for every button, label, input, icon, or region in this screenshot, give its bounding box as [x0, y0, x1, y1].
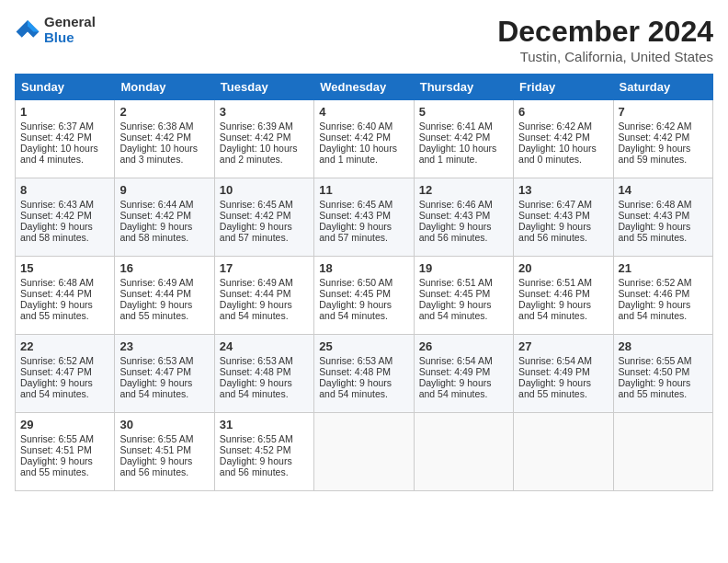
- logo-general-text: General: [44, 15, 96, 30]
- calendar-cell: 30Sunrise: 6:55 AMSunset: 4:51 PMDayligh…: [115, 413, 214, 491]
- sunrise-text: Sunrise: 6:53 AM: [119, 355, 209, 366]
- calendar-cell: [514, 413, 613, 491]
- sunrise-text: Sunrise: 6:51 AM: [419, 277, 508, 288]
- column-header-friday: Friday: [514, 75, 613, 100]
- day-number: 31: [220, 418, 309, 431]
- sunset-text: Sunset: 4:49 PM: [419, 366, 508, 377]
- day-number: 25: [319, 339, 408, 353]
- daylight-text: Daylight: 9 hours and 55 minutes.: [20, 455, 109, 477]
- daylight-text: Daylight: 9 hours and 57 minutes.: [220, 221, 309, 243]
- daylight-text: Daylight: 9 hours and 54 minutes.: [419, 299, 508, 321]
- sunrise-text: Sunrise: 6:51 AM: [518, 277, 608, 288]
- day-number: 7: [619, 105, 708, 119]
- sunrise-text: Sunrise: 6:42 AM: [518, 121, 608, 132]
- day-number: 27: [518, 339, 608, 353]
- calendar-cell: 13Sunrise: 6:47 AMSunset: 4:43 PMDayligh…: [514, 178, 613, 257]
- sunset-text: Sunset: 4:47 PM: [20, 366, 109, 377]
- column-header-wednesday: Wednesday: [314, 75, 414, 100]
- logo-text: General Blue: [44, 15, 96, 45]
- sunrise-text: Sunrise: 6:49 AM: [119, 277, 209, 288]
- calendar-cell: 16Sunrise: 6:49 AMSunset: 4:44 PMDayligh…: [115, 257, 214, 335]
- daylight-text: Daylight: 10 hours and 3 minutes.: [119, 143, 209, 165]
- sunrise-text: Sunrise: 6:46 AM: [419, 199, 508, 210]
- calendar-header-row: SundayMondayTuesdayWednesdayThursdayFrid…: [16, 75, 713, 100]
- day-number: 5: [419, 105, 508, 119]
- daylight-text: Daylight: 10 hours and 1 minute.: [319, 143, 408, 165]
- sunset-text: Sunset: 4:47 PM: [119, 366, 209, 377]
- daylight-text: Daylight: 9 hours and 54 minutes.: [20, 377, 109, 399]
- day-number: 29: [20, 418, 109, 431]
- calendar-cell: 27Sunrise: 6:54 AMSunset: 4:49 PMDayligh…: [514, 335, 613, 413]
- daylight-text: Daylight: 9 hours and 58 minutes.: [20, 221, 109, 243]
- calendar-week-row: 1Sunrise: 6:37 AMSunset: 4:42 PMDaylight…: [16, 100, 713, 178]
- sunset-text: Sunset: 4:51 PM: [119, 444, 209, 455]
- calendar-cell: 29Sunrise: 6:55 AMSunset: 4:51 PMDayligh…: [16, 413, 115, 491]
- sunrise-text: Sunrise: 6:54 AM: [419, 355, 508, 366]
- day-number: 3: [220, 105, 309, 119]
- calendar-cell: 9Sunrise: 6:44 AMSunset: 4:42 PMDaylight…: [115, 178, 214, 257]
- sunrise-text: Sunrise: 6:50 AM: [319, 277, 408, 288]
- day-number: 17: [220, 261, 309, 275]
- day-number: 11: [319, 183, 408, 197]
- day-number: 19: [419, 261, 508, 275]
- sunrise-text: Sunrise: 6:37 AM: [20, 121, 109, 132]
- column-header-thursday: Thursday: [414, 75, 513, 100]
- sunset-text: Sunset: 4:42 PM: [119, 210, 209, 221]
- sunset-text: Sunset: 4:50 PM: [619, 366, 708, 377]
- daylight-text: Daylight: 9 hours and 59 minutes.: [619, 143, 708, 165]
- calendar-cell: 10Sunrise: 6:45 AMSunset: 4:42 PMDayligh…: [214, 178, 313, 257]
- day-number: 22: [20, 339, 109, 353]
- calendar-title: December 2024: [497, 15, 713, 49]
- column-header-monday: Monday: [115, 75, 214, 100]
- sunset-text: Sunset: 4:43 PM: [319, 210, 408, 221]
- sunrise-text: Sunrise: 6:42 AM: [619, 121, 708, 132]
- calendar-cell: 23Sunrise: 6:53 AMSunset: 4:47 PMDayligh…: [115, 335, 214, 413]
- daylight-text: Daylight: 9 hours and 55 minutes.: [619, 377, 708, 399]
- daylight-text: Daylight: 9 hours and 54 minutes.: [619, 299, 708, 321]
- sunset-text: Sunset: 4:42 PM: [220, 132, 309, 143]
- daylight-text: Daylight: 9 hours and 55 minutes.: [119, 299, 209, 321]
- day-number: 9: [119, 183, 209, 197]
- day-number: 15: [20, 261, 109, 275]
- calendar-week-row: 29Sunrise: 6:55 AMSunset: 4:51 PMDayligh…: [16, 413, 713, 491]
- sunrise-text: Sunrise: 6:45 AM: [319, 199, 408, 210]
- title-block: December 2024 Tustin, California, United…: [497, 15, 713, 64]
- calendar-cell: 3Sunrise: 6:39 AMSunset: 4:42 PMDaylight…: [214, 100, 313, 178]
- daylight-text: Daylight: 9 hours and 56 minutes.: [119, 455, 209, 477]
- calendar-cell: 7Sunrise: 6:42 AMSunset: 4:42 PMDaylight…: [613, 100, 712, 178]
- calendar-cell: 20Sunrise: 6:51 AMSunset: 4:46 PMDayligh…: [514, 257, 613, 335]
- calendar-cell: 22Sunrise: 6:52 AMSunset: 4:47 PMDayligh…: [16, 335, 115, 413]
- day-number: 26: [419, 339, 508, 353]
- calendar-cell: 11Sunrise: 6:45 AMSunset: 4:43 PMDayligh…: [314, 178, 414, 257]
- day-number: 10: [220, 183, 309, 197]
- calendar-cell: [314, 413, 414, 491]
- calendar-week-row: 22Sunrise: 6:52 AMSunset: 4:47 PMDayligh…: [16, 335, 713, 413]
- logo-blue-text: Blue: [44, 30, 96, 46]
- sunset-text: Sunset: 4:42 PM: [518, 132, 608, 143]
- sunset-text: Sunset: 4:48 PM: [220, 366, 309, 377]
- daylight-text: Daylight: 9 hours and 57 minutes.: [319, 221, 408, 243]
- day-number: 28: [619, 339, 708, 353]
- sunset-text: Sunset: 4:44 PM: [119, 288, 209, 299]
- calendar-cell: 24Sunrise: 6:53 AMSunset: 4:48 PMDayligh…: [214, 335, 313, 413]
- column-header-tuesday: Tuesday: [214, 75, 313, 100]
- calendar-cell: 2Sunrise: 6:38 AMSunset: 4:42 PMDaylight…: [115, 100, 214, 178]
- day-number: 1: [20, 105, 109, 119]
- day-number: 4: [319, 105, 408, 119]
- day-number: 13: [518, 183, 608, 197]
- daylight-text: Daylight: 10 hours and 2 minutes.: [220, 143, 309, 165]
- sunset-text: Sunset: 4:42 PM: [119, 132, 209, 143]
- day-number: 16: [119, 261, 209, 275]
- sunrise-text: Sunrise: 6:54 AM: [518, 355, 608, 366]
- page-header: General Blue December 2024 Tustin, Calif…: [15, 15, 713, 64]
- calendar-week-row: 8Sunrise: 6:43 AMSunset: 4:42 PMDaylight…: [16, 178, 713, 257]
- daylight-text: Daylight: 9 hours and 54 minutes.: [518, 299, 608, 321]
- sunset-text: Sunset: 4:42 PM: [20, 132, 109, 143]
- sunrise-text: Sunrise: 6:49 AM: [220, 277, 309, 288]
- calendar-cell: 1Sunrise: 6:37 AMSunset: 4:42 PMDaylight…: [16, 100, 115, 178]
- calendar-cell: 4Sunrise: 6:40 AMSunset: 4:42 PMDaylight…: [314, 100, 414, 178]
- logo: General Blue: [15, 15, 96, 45]
- calendar-cell: 5Sunrise: 6:41 AMSunset: 4:42 PMDaylight…: [414, 100, 513, 178]
- calendar-cell: 31Sunrise: 6:55 AMSunset: 4:52 PMDayligh…: [214, 413, 313, 491]
- daylight-text: Daylight: 10 hours and 0 minutes.: [518, 143, 608, 165]
